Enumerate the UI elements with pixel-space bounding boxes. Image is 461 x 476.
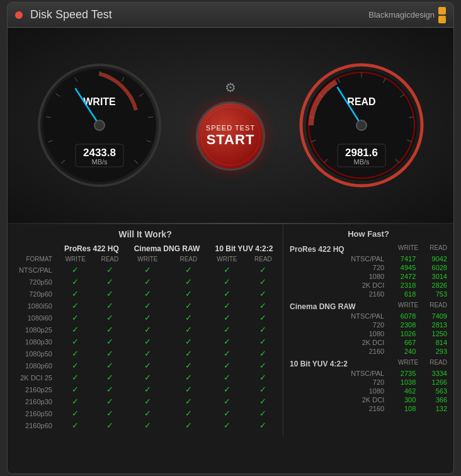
codec-header-yuv: 10 Bit YUV 4:2:2 — [208, 243, 280, 254]
read-col-head: READ — [419, 298, 448, 312]
start-button[interactable]: SPEED TEST START — [196, 101, 265, 171]
check: ✓ — [57, 360, 94, 371]
codec-name-label: Cinema DNG RAW — [288, 298, 387, 312]
read-value: 293 — [419, 347, 448, 356]
write-value: 7417 — [387, 254, 419, 263]
check: ✓ — [246, 312, 280, 324]
gauge-section: WRITE 2433.8 MB/s ⚙ SPEED TEST START — [8, 28, 453, 223]
table-row: 1080i50 ✓ ✓ ✓ ✓ ✓ ✓ — [10, 300, 280, 312]
speed-row: 2160 618 753 — [288, 290, 448, 298]
check: ✓ — [246, 348, 280, 360]
svg-point-35 — [356, 120, 367, 130]
write-value: 2472 — [387, 272, 419, 281]
format-label: 2160p30 — [10, 395, 57, 407]
brand-icon-bottom — [438, 16, 446, 23]
read-value: 1266 — [419, 378, 448, 387]
codec-name-label: 10 Bit YUV 4:2:2 — [288, 356, 387, 369]
codec-header-prores: ProRes 422 HQ — [57, 243, 126, 254]
speed-row: 1080 1026 1250 — [288, 329, 448, 338]
check: ✓ — [94, 288, 126, 300]
check: ✓ — [126, 348, 169, 360]
right-panel-title: How Fast? — [288, 229, 448, 239]
title-bar: Disk Speed Test Blackmagicdesign — [8, 3, 453, 28]
table-row: 1080p50 ✓ ✓ ✓ ✓ ✓ ✓ — [10, 348, 280, 360]
center-controls: ⚙ SPEED TEST START — [196, 80, 265, 171]
check: ✓ — [94, 336, 126, 348]
svg-text:2981.6: 2981.6 — [345, 147, 378, 159]
read-value: 6028 — [419, 263, 448, 272]
left-panel-title: Will It Work? — [10, 229, 280, 239]
table-row: 2160p50 ✓ ✓ ✓ ✓ ✓ ✓ — [10, 407, 280, 419]
check: ✓ — [94, 419, 126, 431]
format-label: 1080i60 — [10, 312, 57, 324]
check: ✓ — [94, 395, 126, 407]
check: ✓ — [208, 312, 246, 324]
check: ✓ — [94, 324, 126, 336]
check: ✓ — [126, 276, 169, 288]
format-label: 1080p60 — [10, 360, 57, 371]
write-value: 1026 — [387, 329, 419, 338]
check: ✓ — [169, 348, 208, 360]
format-label: NTSC/PAL — [295, 254, 387, 263]
svg-text:READ: READ — [347, 96, 375, 107]
check: ✓ — [246, 419, 280, 431]
check: ✓ — [126, 264, 169, 276]
table-row: 720p50 ✓ ✓ ✓ ✓ ✓ ✓ — [10, 276, 280, 288]
check: ✓ — [208, 419, 246, 431]
table-row: 2K DCI 25 ✓ ✓ ✓ ✓ ✓ ✓ — [10, 371, 280, 383]
table-row: 2160p60 ✓ ✓ ✓ ✓ ✓ ✓ — [10, 419, 280, 431]
format-label: 720 — [295, 320, 387, 329]
write-value: 618 — [387, 290, 419, 298]
check: ✓ — [57, 312, 94, 324]
read-value: 7409 — [419, 312, 448, 320]
table-row: 2160p25 ✓ ✓ ✓ ✓ ✓ ✓ — [10, 383, 280, 395]
write-value: 300 — [387, 395, 419, 404]
check: ✓ — [57, 336, 94, 348]
speed-row: 2160 240 293 — [288, 347, 448, 356]
svg-text:2433.8: 2433.8 — [83, 147, 116, 159]
write-header-2: WRITE — [126, 254, 169, 264]
speed-row: NTSC/PAL 6078 7409 — [288, 312, 448, 320]
format-label: 2160 — [295, 404, 387, 413]
speed-row: NTSC/PAL 7417 9042 — [288, 254, 448, 263]
settings-icon[interactable]: ⚙ — [225, 80, 236, 95]
svg-text:MB/s: MB/s — [92, 158, 108, 166]
speed-row: 2K DCI 2318 2826 — [288, 281, 448, 290]
codec-name-label: ProRes 422 HQ — [288, 241, 387, 254]
write-col-head: WRITE — [387, 241, 419, 254]
read-gauge-container: READ 2981.6 MB/s — [299, 62, 424, 188]
write-value: 2308 — [387, 320, 419, 329]
read-value: 132 — [419, 404, 448, 413]
check: ✓ — [246, 264, 280, 276]
check: ✓ — [126, 360, 169, 371]
check: ✓ — [94, 312, 126, 324]
write-value: 667 — [387, 338, 419, 347]
close-button[interactable] — [15, 11, 23, 19]
check: ✓ — [94, 383, 126, 395]
check: ✓ — [57, 419, 94, 431]
read-value: 1250 — [419, 329, 448, 338]
table-row: 1080p30 ✓ ✓ ✓ ✓ ✓ ✓ — [10, 336, 280, 348]
check: ✓ — [246, 383, 280, 395]
write-value: 1038 — [387, 378, 419, 387]
write-value: 4945 — [387, 263, 419, 272]
app-window: Disk Speed Test Blackmagicdesign — [7, 2, 454, 474]
left-panel: Will It Work? ProRes 422 HQ Cinema DNG R… — [8, 224, 283, 436]
format-label: 1080 — [295, 329, 387, 338]
check: ✓ — [126, 419, 169, 431]
check: ✓ — [57, 348, 94, 360]
check: ✓ — [94, 407, 126, 419]
table-row: 2160p30 ✓ ✓ ✓ ✓ ✓ ✓ — [10, 395, 280, 407]
format-label: 2K DCI — [295, 281, 387, 290]
check: ✓ — [169, 395, 208, 407]
check: ✓ — [126, 288, 169, 300]
speed-row: NTSC/PAL 2735 3334 — [288, 369, 448, 378]
check: ✓ — [246, 407, 280, 419]
check: ✓ — [169, 371, 208, 383]
check: ✓ — [57, 264, 94, 276]
check: ✓ — [246, 360, 280, 371]
format-col-header: FORMAT — [10, 254, 57, 264]
format-label: 2160 — [295, 347, 387, 356]
check: ✓ — [57, 276, 94, 288]
read-gauge: READ 2981.6 MB/s — [299, 62, 424, 188]
